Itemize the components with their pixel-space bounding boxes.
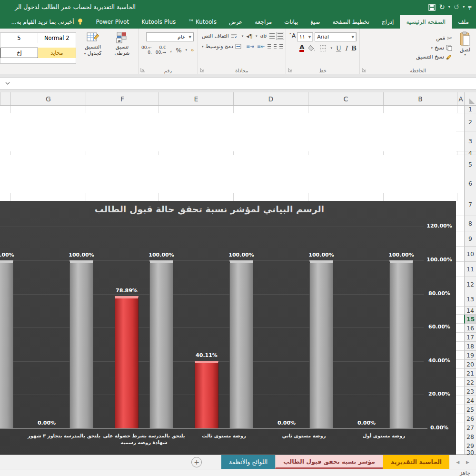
conditional-formatting-button[interactable]: ≠ تنسيقشرطي xyxy=(110,31,134,64)
comma-style-button[interactable]: ، xyxy=(170,46,172,54)
col-a-cell[interactable] xyxy=(456,360,464,369)
ribbon-tab-6[interactable]: مراجعة xyxy=(248,15,278,29)
col-a-cell[interactable] xyxy=(456,396,464,405)
row-header-1[interactable]: 1 xyxy=(464,106,476,113)
row-header-27[interactable]: 27 xyxy=(464,423,476,432)
row-header-16[interactable]: 16 xyxy=(464,324,476,333)
format-painter-button[interactable]: نسخ التنسيق xyxy=(414,53,454,60)
col-a-cell[interactable] xyxy=(456,423,464,432)
sheet-nav-left-icon[interactable]: ◀ xyxy=(456,460,459,465)
ribbon-tab-1[interactable]: الصفحة الرئيسية xyxy=(400,15,452,29)
merge-center-button[interactable]: دمج وتوسيط ▾ xyxy=(200,43,243,50)
column-header-C[interactable]: C xyxy=(308,92,383,105)
col-a-cell[interactable] xyxy=(456,405,464,414)
row-header-14[interactable]: 14 xyxy=(464,307,476,315)
col-a-cell[interactable] xyxy=(456,315,464,324)
chart-bar-red-2[interactable] xyxy=(195,361,218,428)
col-a-cell[interactable] xyxy=(456,307,464,315)
col-a-cell[interactable] xyxy=(456,113,464,131)
col-a-cell[interactable] xyxy=(456,324,464,333)
row-header-22[interactable]: 22 xyxy=(464,378,476,387)
increase-decimal-icon[interactable]: €.0→.00 xyxy=(156,45,166,55)
col-a-cell[interactable] xyxy=(456,351,464,360)
redo-dropdown-icon[interactable]: ▾ xyxy=(448,2,450,12)
ribbon-tab-0[interactable]: ملف xyxy=(452,15,475,29)
column-header-E[interactable]: E xyxy=(159,92,233,105)
decrease-indent-icon[interactable]: ⇤≡ xyxy=(257,44,265,49)
row-header-19[interactable]: 19 xyxy=(464,351,476,360)
chart-bar-red-3[interactable] xyxy=(115,296,139,428)
column-header-B[interactable]: B xyxy=(383,92,457,105)
col-a-cell[interactable] xyxy=(456,131,464,151)
col-a-cell[interactable] xyxy=(456,277,464,292)
row-header-8[interactable]: 8 xyxy=(464,216,476,231)
row-header-23[interactable]: 23 xyxy=(464,387,476,396)
row-header-6[interactable]: 6 xyxy=(464,174,476,193)
decrease-decimal-icon[interactable]: ←.00.0 xyxy=(141,45,152,55)
cell-style-input[interactable]: إخ xyxy=(0,48,38,58)
col-a-cell[interactable] xyxy=(456,387,464,396)
tell-me-box[interactable]: أخبرني بما تريد القيام به... xyxy=(4,15,89,29)
row-header-20[interactable]: 20 xyxy=(464,360,476,369)
bold-button[interactable]: B xyxy=(351,45,357,52)
cut-button[interactable]: ✂ قص xyxy=(414,34,454,42)
align-middle-icon[interactable] xyxy=(269,33,275,39)
row-header-28[interactable]: 28 xyxy=(464,432,476,441)
clipboard-dialog-launcher-icon[interactable] xyxy=(362,68,367,72)
formula-bar[interactable] xyxy=(0,77,476,89)
save-icon[interactable] xyxy=(428,4,436,11)
redo-icon[interactable]: ↻ xyxy=(439,2,445,12)
row-header-5[interactable]: 5 xyxy=(464,155,476,174)
row-header-10[interactable]: 10 xyxy=(464,247,476,262)
column-header-G[interactable]: G xyxy=(10,92,86,105)
column-header-D[interactable]: D xyxy=(233,92,308,105)
row-header-18[interactable]: 18 xyxy=(464,342,476,351)
font-family-select[interactable]: ▼ Arial xyxy=(315,32,357,41)
chart-bar-gray-4[interactable] xyxy=(69,260,93,428)
borders-icon[interactable] xyxy=(319,45,327,52)
undo-icon[interactable]: ↺ xyxy=(454,2,460,12)
wrap-text-button[interactable]: التفاف النص xyxy=(200,32,239,40)
cell-style-5[interactable]: 5 xyxy=(0,33,38,43)
chart-bar-gray-1[interactable] xyxy=(309,260,333,428)
align-right-icon[interactable] xyxy=(279,44,283,49)
number-format-select[interactable]: ▼ عام xyxy=(146,32,194,41)
percent-style-button[interactable]: % xyxy=(176,47,181,54)
ribbon-tab-4[interactable]: صيغ xyxy=(304,15,326,29)
col-a-cell[interactable] xyxy=(456,414,464,423)
cell-style-normal2[interactable]: Normal 2 xyxy=(38,33,76,43)
align-left-icon[interactable] xyxy=(268,44,271,49)
grow-font-icon[interactable]: A˄ xyxy=(289,32,296,41)
fill-color-icon[interactable] xyxy=(308,45,316,52)
undo-dropdown-icon[interactable]: ▾ xyxy=(463,2,465,12)
row-header-30[interactable]: 30 xyxy=(464,450,476,455)
sheet-tab-regulations[interactable]: اللوائح والأنظمة xyxy=(221,455,275,469)
col-a-cell[interactable] xyxy=(456,216,464,231)
col-a-cell[interactable] xyxy=(456,174,464,193)
copy-button[interactable]: نسخ ▾ xyxy=(414,44,454,51)
new-sheet-button[interactable]: + xyxy=(191,457,202,467)
customize-toolbar-icon[interactable]: ╤ xyxy=(468,2,471,12)
col-a-cell[interactable] xyxy=(456,378,464,387)
col-a-cell[interactable] xyxy=(456,342,464,351)
col-a-cell[interactable] xyxy=(456,262,464,277)
chart-bar-gray-2[interactable] xyxy=(229,260,253,428)
ribbon-tab-9[interactable]: Kutools Plus xyxy=(135,15,182,29)
row-header-4[interactable]: 4 xyxy=(464,151,476,155)
cell-styles-gallery[interactable]: Normal 2 5 محايد إخ xyxy=(0,32,76,64)
accounting-format-icon[interactable] xyxy=(191,47,194,53)
col-a-cell[interactable] xyxy=(456,450,464,455)
format-as-table-button[interactable]: التنسيقكجدول ▾ xyxy=(80,31,106,64)
column-header-F[interactable]: F xyxy=(86,92,159,105)
col-a-cell[interactable] xyxy=(456,441,464,450)
column-header-partial[interactable] xyxy=(0,92,10,105)
row-header-21[interactable]: 21 xyxy=(464,369,476,378)
align-center-icon[interactable] xyxy=(274,44,277,49)
row-header-13[interactable]: 13 xyxy=(464,292,476,307)
col-a-cell[interactable] xyxy=(456,231,464,247)
col-a-cell[interactable] xyxy=(456,333,464,342)
chart-bar-gray-5[interactable] xyxy=(0,260,13,428)
row-header-26[interactable]: 26 xyxy=(464,414,476,423)
row-header-3[interactable]: 3 xyxy=(464,131,476,151)
col-a-cell[interactable] xyxy=(456,432,464,441)
